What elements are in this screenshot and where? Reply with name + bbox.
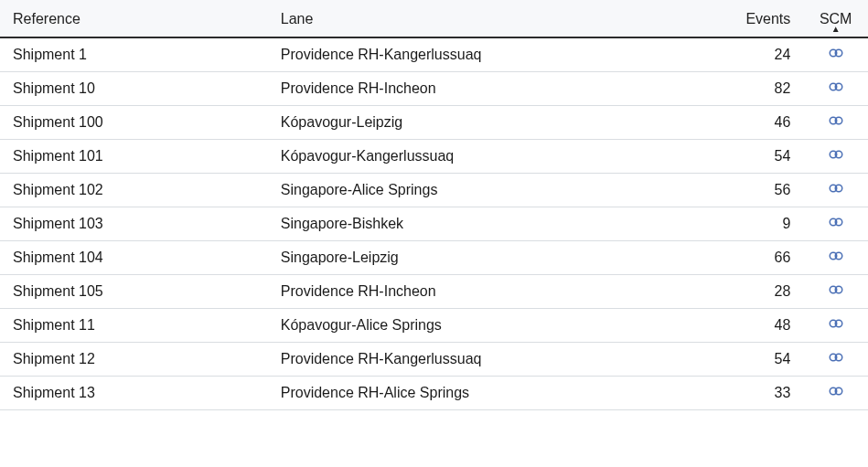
cell-scm (803, 140, 868, 174)
cell-events: 54 (730, 343, 804, 377)
cell-scm (803, 309, 868, 343)
cell-lane: Providence RH-Kangerlussuaq (268, 343, 730, 377)
cell-events: 46 (730, 106, 804, 140)
shipments-table-container: Reference Lane Events SCM ▲ Shipment 1Pr… (0, 0, 868, 467)
cell-lane: Kópavogur-Leipzig (268, 106, 730, 140)
cell-reference: Shipment 12 (0, 343, 268, 377)
column-header-label: Lane (281, 11, 314, 27)
cell-scm (803, 207, 868, 241)
shipments-table: Reference Lane Events SCM ▲ Shipment 1Pr… (0, 0, 868, 410)
column-header-reference[interactable]: Reference (0, 0, 268, 37)
cell-events: 56 (730, 174, 804, 207)
link-icon[interactable] (828, 47, 844, 59)
table-row[interactable]: Shipment 101Kópavogur-Kangerlussuaq54 (0, 140, 868, 174)
cell-reference: Shipment 102 (0, 174, 268, 207)
cell-scm (803, 343, 868, 377)
cell-lane: Kópavogur-Alice Springs (268, 309, 730, 343)
cell-lane: Singapore-Alice Springs (268, 174, 730, 207)
cell-events: 82 (730, 72, 804, 106)
link-icon[interactable] (828, 385, 844, 398)
link-icon[interactable] (828, 216, 844, 228)
cell-lane: Singapore-Leipzig (268, 241, 730, 275)
cell-scm (803, 275, 868, 309)
cell-reference: Shipment 10 (0, 72, 268, 106)
cell-scm (803, 72, 868, 106)
cell-scm (803, 174, 868, 207)
cell-reference: Shipment 104 (0, 241, 268, 275)
cell-reference: Shipment 11 (0, 309, 268, 343)
link-icon[interactable] (828, 317, 844, 330)
cell-reference: Shipment 101 (0, 140, 268, 174)
link-icon[interactable] (828, 80, 844, 93)
cell-reference: Shipment 100 (0, 106, 268, 140)
link-icon[interactable] (828, 351, 844, 364)
cell-events: 54 (730, 140, 804, 174)
cell-events: 33 (730, 377, 804, 410)
table-row[interactable]: Shipment 104Singapore-Leipzig66 (0, 241, 868, 275)
table-row[interactable]: Shipment 105Providence RH-Incheon28 (0, 275, 868, 309)
table-row[interactable]: Shipment 102Singapore-Alice Springs56 (0, 174, 868, 207)
cell-lane: Providence RH-Alice Springs (268, 377, 730, 410)
sort-ascending-icon: ▲ (816, 26, 855, 33)
cell-lane: Kópavogur-Kangerlussuaq (268, 140, 730, 174)
link-icon[interactable] (828, 114, 844, 127)
cell-scm (803, 377, 868, 410)
column-header-events[interactable]: Events (730, 0, 804, 37)
link-icon[interactable] (828, 249, 844, 262)
cell-reference: Shipment 103 (0, 207, 268, 241)
column-header-label: Reference (13, 11, 80, 27)
cell-events: 24 (730, 37, 804, 72)
cell-scm (803, 106, 868, 140)
cell-lane: Singapore-Bishkek (268, 207, 730, 241)
cell-reference: Shipment 13 (0, 377, 268, 410)
table-row[interactable]: Shipment 12Providence RH-Kangerlussuaq54 (0, 343, 868, 377)
column-header-lane[interactable]: Lane (268, 0, 730, 37)
link-icon[interactable] (828, 182, 844, 195)
cell-lane: Providence RH-Incheon (268, 275, 730, 309)
table-row[interactable]: Shipment 10Providence RH-Incheon82 (0, 72, 868, 106)
cell-events: 28 (730, 275, 804, 309)
table-row[interactable]: Shipment 103Singapore-Bishkek9 (0, 207, 868, 241)
link-icon[interactable] (828, 148, 844, 161)
table-header-row: Reference Lane Events SCM ▲ (0, 0, 868, 37)
cell-events: 48 (730, 309, 804, 343)
link-icon[interactable] (828, 283, 844, 296)
column-header-scm[interactable]: SCM ▲ (803, 0, 868, 37)
table-row[interactable]: Shipment 13Providence RH-Alice Springs33 (0, 377, 868, 410)
cell-reference: Shipment 105 (0, 275, 268, 309)
table-row[interactable]: Shipment 100Kópavogur-Leipzig46 (0, 106, 868, 140)
cell-lane: Providence RH-Incheon (268, 72, 730, 106)
cell-events: 66 (730, 241, 804, 275)
table-row[interactable]: Shipment 1Providence RH-Kangerlussuaq24 (0, 37, 868, 72)
cell-scm (803, 241, 868, 275)
column-header-label: Events (745, 11, 790, 27)
cell-scm (803, 37, 868, 72)
cell-reference: Shipment 1 (0, 37, 268, 72)
table-row[interactable]: Shipment 11Kópavogur-Alice Springs48 (0, 309, 868, 343)
cell-events: 9 (730, 207, 804, 241)
cell-lane: Providence RH-Kangerlussuaq (268, 37, 730, 72)
table-body: Shipment 1Providence RH-Kangerlussuaq24S… (0, 37, 868, 410)
